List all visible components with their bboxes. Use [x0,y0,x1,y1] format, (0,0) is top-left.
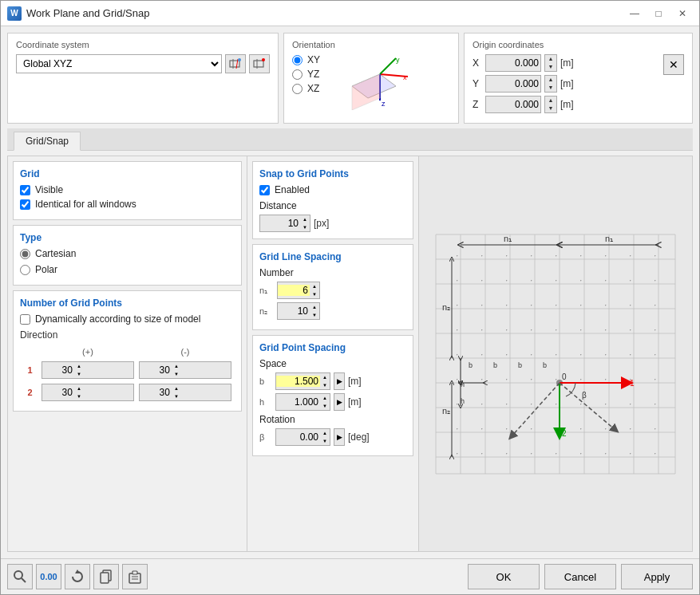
coord-system-panel: Coordinate system Global XYZ [7,33,279,124]
dir-row2-plus-down[interactable]: ▼ [74,392,84,400]
apply-button[interactable]: Apply [621,564,693,589]
dir-row1-minus-down[interactable]: ▼ [172,370,181,378]
svg-text:0: 0 [562,372,567,381]
tool-coord-btn[interactable]: 0.00 [36,564,61,589]
h-label: h [259,397,272,407]
orient-xy-radio[interactable] [292,55,303,65]
dir-row2-minus-input[interactable] [140,387,172,398]
type-cartesian-item[interactable]: Cartesian [20,248,235,259]
tool-search-btn[interactable] [7,564,33,589]
grid-identical-checkbox[interactable] [20,199,30,210]
tool-copy-btn[interactable] [93,564,119,589]
b-arrow-btn[interactable]: ▶ [334,372,345,390]
svg-marker-14 [352,74,380,110]
origin-x-down[interactable]: ▼ [545,63,556,71]
type-polar-item[interactable]: Polar [20,264,235,275]
dir-row1-plus-down[interactable]: ▼ [74,370,84,378]
tab-gridsnap[interactable]: Grid/Snap [14,132,81,151]
n1-label: n₁ [259,286,272,296]
origin-reset-button[interactable]: ✕ [663,54,684,75]
minimize-button[interactable]: ― [624,5,645,22]
tool-rotate-btn[interactable] [65,564,90,589]
orient-yz-item[interactable]: YZ [292,69,320,80]
origin-y-unit: [m] [560,78,574,89]
n2-up[interactable]: ▲ [310,303,319,311]
table-row: 2 ▲ ▼ [22,382,233,403]
dir-row2-plus-up[interactable]: ▲ [74,384,84,392]
h-down[interactable]: ▼ [320,402,330,410]
origin-z-down[interactable]: ▼ [545,104,556,112]
dynamic-label: Dynamically according to size of model [35,313,200,325]
b-up[interactable]: ▲ [320,373,330,381]
n1-spin: ▲ ▼ [310,282,319,298]
table-row: 1 ▲ ▼ [22,360,233,380]
orientation-radio-group: XY YZ XZ [292,54,320,112]
ok-button[interactable]: OK [468,564,540,589]
origin-z-input[interactable] [485,96,541,113]
dir-row1-plus-up[interactable]: ▲ [74,362,84,370]
tool-paste-btn[interactable] [122,564,148,589]
dir-row1-minus-up[interactable]: ▲ [172,362,181,370]
orient-yz-radio[interactable] [292,69,303,80]
grid-visible-item[interactable]: Visible [20,184,235,195]
origin-y-row: Y ▲ ▼ [m] [473,75,574,93]
n2-down[interactable]: ▼ [310,311,319,319]
origin-y-input[interactable] [485,75,541,93]
n2-input[interactable] [278,305,310,317]
n1-up[interactable]: ▲ [310,282,319,290]
h-up[interactable]: ▲ [320,394,330,402]
snap-distance-down[interactable]: ▼ [300,223,310,231]
dir-row2-minus-up[interactable]: ▲ [172,384,181,392]
right-column: // This is just the SVG structure; dots … [419,156,692,551]
grid-visible-label: Visible [35,184,63,195]
cancel-button[interactable]: Cancel [544,564,616,589]
grid-identical-item[interactable]: Identical for all windows [20,199,235,210]
b-input-group: ▲ ▼ [275,372,330,390]
beta-input[interactable] [276,431,320,443]
grid-visible-checkbox[interactable] [20,185,30,195]
type-cartesian-radio[interactable] [20,249,30,259]
maximize-button[interactable]: □ [648,5,669,22]
orient-xy-item[interactable]: XY [292,54,320,65]
origin-x-input[interactable] [485,54,541,72]
dir-row1-minus-input[interactable] [140,364,172,376]
type-polar-radio[interactable] [20,265,30,275]
dynamic-checkbox[interactable] [20,314,30,325]
snap-enabled-checkbox[interactable] [259,185,270,195]
origin-y-down[interactable]: ▼ [545,84,556,92]
origin-x-up[interactable]: ▲ [545,55,556,63]
tab-gridsnap-label: Grid/Snap [26,136,69,147]
dir-row1-plus-input[interactable] [42,364,74,376]
beta-up[interactable]: ▲ [320,429,330,437]
n1-down[interactable]: ▼ [310,290,319,298]
h-input[interactable] [276,396,320,408]
coord-icon-btn-1[interactable] [225,54,246,73]
svg-rect-70 [101,573,109,583]
close-button[interactable]: ✕ [672,5,693,22]
origin-y-up[interactable]: ▲ [545,76,556,84]
dir-row2-minus-input-group: ▲ ▼ [139,384,231,401]
middle-column: Snap to Grid Points Enabled Distance ▲ ▼ [247,156,419,551]
beta-arrow-btn[interactable]: ▶ [334,428,345,446]
coord-system-select[interactable]: Global XYZ [16,54,222,73]
origin-z-up[interactable]: ▲ [545,97,556,104]
b-input[interactable] [276,376,320,387]
left-column: Grid Visible Identical for all windows T… [8,156,247,551]
svg-text:x: x [403,73,407,81]
snap-distance-row: ▲ ▼ [px] [259,215,406,232]
snap-distance-up[interactable]: ▲ [300,215,310,223]
grid-title: Grid [20,168,235,179]
coord-icon-btn-2[interactable] [249,54,270,73]
snap-distance-input[interactable] [260,218,300,229]
n1-input[interactable] [278,285,310,296]
snap-enabled-item[interactable]: Enabled [259,184,406,195]
dir-row2-plus-input[interactable] [42,387,74,398]
orient-xz-item[interactable]: XZ [292,83,320,94]
b-down[interactable]: ▼ [320,381,330,389]
h-arrow-btn[interactable]: ▶ [334,393,345,411]
beta-down[interactable]: ▼ [320,437,330,445]
dir-row2-minus-down[interactable]: ▼ [172,392,181,400]
orient-xz-radio[interactable] [292,84,303,94]
dir-row1-plus-spin: ▲ ▼ [74,362,84,378]
dynamic-checkbox-item[interactable]: Dynamically according to size of model [20,313,235,325]
